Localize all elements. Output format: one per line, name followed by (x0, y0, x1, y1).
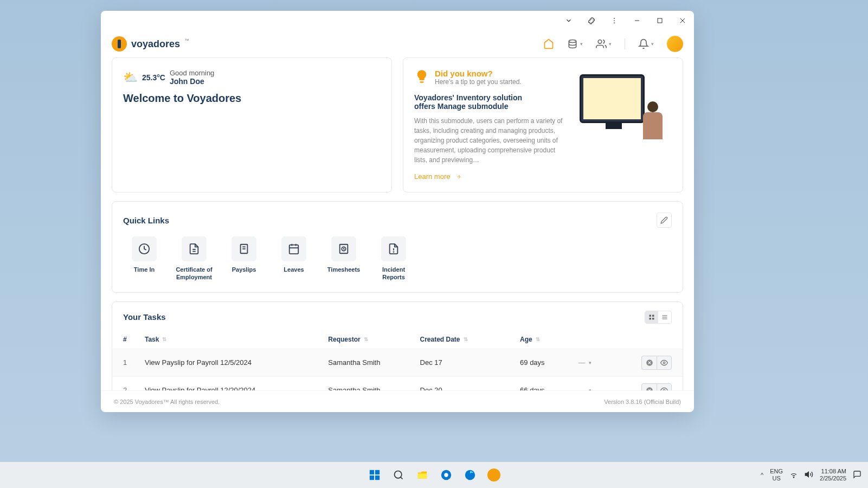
money-icon[interactable]: ▾ (567, 38, 583, 49)
svg-rect-49 (417, 473, 427, 478)
cell-priority[interactable]: — ▾ (578, 358, 628, 367)
learn-more-label: Learn more (414, 172, 450, 181)
logo-text: voyadores (131, 38, 180, 50)
svg-rect-16 (290, 245, 299, 254)
notifications-icon[interactable] (853, 470, 861, 480)
svg-rect-4 (658, 18, 662, 23)
tasks-title: Your Tasks (123, 312, 166, 322)
calendar-icon (281, 236, 306, 261)
clock[interactable]: 11:08 AM 2/25/2025 (820, 468, 846, 482)
svg-rect-45 (369, 476, 374, 480)
cell-task: View Payslip for Payroll 12/5/2024 (145, 358, 328, 367)
svg-point-7 (569, 40, 576, 43)
cell-created: Dec 20 (420, 386, 520, 390)
copyright: © 2025 Voyadores™ All rights reserved. (114, 399, 220, 405)
quicklink-incidents[interactable]: Incident Reports (372, 236, 415, 281)
learn-more-link[interactable]: Learn more (414, 172, 463, 181)
svg-rect-46 (375, 476, 379, 480)
quicklink-time-in[interactable]: Time In (123, 236, 165, 281)
svg-line-48 (400, 477, 402, 479)
maximize-button[interactable] (655, 16, 665, 25)
tray-chevron-icon[interactable]: ^ (761, 472, 763, 478)
col-actions (628, 336, 672, 343)
svg-point-34 (663, 362, 665, 364)
tasks-table: # Task⇅ Requestor⇅ Created Date⇅ Age⇅ 1 … (112, 330, 683, 390)
sort-icon: ⇅ (464, 336, 468, 342)
quicklink-label: Timesheets (327, 266, 360, 273)
language-indicator[interactable]: ENG US (770, 468, 783, 482)
col-created[interactable]: Created Date⇅ (420, 336, 520, 343)
greeting: Good morning (170, 69, 214, 77)
table-row: 1 View Payslip for Payroll 12/5/2024 Sam… (112, 349, 683, 377)
svg-marker-54 (805, 472, 808, 477)
chevron-down-icon[interactable] (564, 16, 574, 25)
cell-priority[interactable]: — ▾ (578, 386, 628, 390)
home-icon[interactable] (543, 38, 554, 49)
quicklink-label: Incident Reports (372, 266, 415, 281)
view-button[interactable] (657, 383, 672, 390)
close-button[interactable] (678, 16, 687, 25)
svg-point-23 (394, 252, 394, 252)
extension-icon[interactable] (587, 16, 596, 25)
tasks-card: Your Tasks # Task⇅ Requestor⇅ Created Da… (112, 301, 683, 390)
document-icon (182, 236, 207, 261)
view-button[interactable] (657, 356, 672, 370)
edit-button[interactable] (657, 213, 672, 228)
app-taskbar-icon[interactable] (484, 465, 504, 485)
tip-badge: Did you know? (435, 69, 522, 78)
quicklink-coe[interactable]: Certificate of Employment (173, 236, 215, 281)
logo[interactable]: voyadores ™ (112, 36, 189, 52)
maps-icon[interactable] (436, 465, 456, 485)
tip-heading: Voyadores' Inventory solution offers Man… (414, 93, 544, 111)
dismiss-button[interactable] (641, 356, 657, 370)
col-task[interactable]: Task⇅ (145, 336, 328, 343)
dismiss-button[interactable] (641, 383, 657, 390)
timesheet-icon (331, 236, 356, 261)
svg-point-53 (793, 477, 794, 478)
wifi-icon[interactable] (789, 470, 798, 480)
page-title: Welcome to Voyadores (123, 92, 381, 105)
more-icon[interactable] (609, 16, 619, 25)
col-requestor[interactable]: Requestor⇅ (328, 336, 420, 343)
table-row: 2 View Payslip for Payroll 12/20/2024 Sa… (112, 377, 683, 390)
svg-rect-25 (652, 314, 654, 317)
quicklinks-card: Quick Links Time In Certificate of Emplo… (112, 201, 683, 293)
minimize-button[interactable] (632, 16, 642, 25)
quicklink-label: Time In (134, 266, 155, 273)
weather-icon: ⛅ (123, 70, 138, 85)
separator (625, 38, 625, 49)
cell-task: View Payslip for Payroll 12/20/2024 (145, 386, 328, 390)
username: John Doe (170, 77, 214, 86)
quicklink-label: Leaves (284, 266, 304, 273)
cell-requestor: Samantha Smith (328, 386, 420, 390)
explorer-icon[interactable] (413, 465, 432, 485)
windows-taskbar: ^ ENG US 11:08 AM 2/25/2025 (0, 462, 868, 488)
quicklink-timesheets[interactable]: Timesheets (323, 236, 365, 281)
svg-point-2 (614, 22, 615, 23)
volume-icon[interactable] (805, 470, 813, 480)
cell-requestor: Samantha Smith (328, 358, 420, 367)
search-icon[interactable] (389, 465, 408, 485)
svg-point-1 (614, 20, 615, 21)
tip-illustration (574, 69, 672, 166)
quicklink-label: Certificate of Employment (173, 266, 215, 281)
alert-file-icon (381, 236, 406, 261)
temperature: 25.3°C (142, 73, 165, 82)
logo-tm: ™ (184, 38, 189, 43)
table-header: # Task⇅ Requestor⇅ Created Date⇅ Age⇅ (112, 330, 683, 349)
list-view-button[interactable] (658, 311, 671, 323)
start-button[interactable] (365, 465, 384, 485)
col-age[interactable]: Age⇅ (520, 336, 578, 343)
card-view-button[interactable] (645, 311, 658, 323)
svg-rect-26 (650, 318, 652, 320)
edge-icon[interactable] (460, 465, 480, 485)
sort-icon: ⇅ (162, 336, 166, 342)
quicklink-leaves[interactable]: Leaves (273, 236, 315, 281)
users-icon[interactable]: ▾ (596, 38, 612, 49)
quicklink-label: Payslips (232, 266, 256, 273)
avatar[interactable] (667, 36, 683, 52)
quicklink-payslips[interactable]: Payslips (223, 236, 265, 281)
bell-icon[interactable]: ▾ (638, 38, 654, 49)
app-window: voyadores ™ ▾ ▾ ▾ ⛅ 25.3°C Good morning … (101, 11, 694, 412)
svg-point-51 (444, 473, 448, 477)
